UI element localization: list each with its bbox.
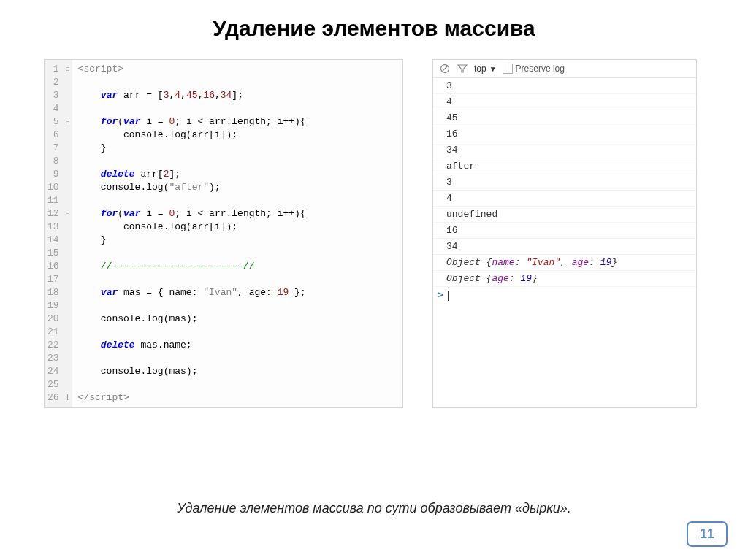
prompt-chevron-icon: > [438, 290, 443, 301]
code-line [78, 102, 397, 115]
code-line: console.log(mas); [78, 365, 397, 378]
code-line: </script> [78, 391, 397, 404]
code-line [78, 194, 397, 207]
console-row: after [433, 158, 696, 174]
line-number: 12 [47, 207, 59, 220]
code-line: console.log("after"); [78, 181, 397, 194]
line-number: 7 [47, 142, 59, 155]
code-line [78, 273, 397, 286]
console-output: 34451634after34undefined1634Object {name… [433, 78, 696, 287]
code-line [78, 247, 397, 260]
code-line [78, 378, 397, 391]
preserve-log-label: Preserve log [516, 64, 565, 74]
console-row: 34 [433, 239, 696, 255]
code-line: for(var i = 0; i < arr.length; i++){ [78, 115, 397, 129]
slide-title: Удаление элементов массива [0, 16, 748, 41]
line-number: 20 [47, 312, 59, 326]
line-number: 19 [47, 299, 59, 312]
context-selector[interactable]: top ▼ [474, 64, 497, 74]
fold-open-icon[interactable]: ⊟ [64, 63, 72, 76]
code-line [78, 76, 397, 89]
console-row: 4 [433, 191, 696, 207]
line-number: 18 [47, 286, 59, 299]
fold-close-icon: ⌊ [64, 391, 72, 404]
line-number: 25 [47, 378, 59, 391]
code-line: } [78, 234, 397, 247]
code-line: } [78, 142, 397, 155]
console-row: undefined [433, 207, 696, 223]
code-line: <script> [78, 63, 397, 76]
line-number: 4 [47, 102, 59, 115]
input-cursor [448, 291, 449, 301]
line-number: 11 [47, 194, 59, 207]
footnote-text: Удаление элементов массива по сути образ… [0, 501, 748, 516]
line-number: 5 [47, 115, 59, 129]
page-number-badge: 11 [687, 521, 728, 547]
code-line: //-----------------------// [78, 260, 397, 273]
console-row: 4 [433, 94, 696, 110]
line-number: 26 [47, 391, 59, 404]
line-number: 3 [47, 89, 59, 102]
dropdown-icon: ▼ [489, 65, 497, 73]
content-area: 1234567891011121314151617181920212223242… [0, 41, 748, 408]
context-label: top [474, 64, 486, 74]
line-number: 16 [47, 260, 59, 273]
filter-icon[interactable] [457, 63, 468, 74]
line-number: 22 [47, 339, 59, 352]
code-line [78, 352, 397, 365]
console-toolbar: top ▼ Preserve log [433, 60, 696, 78]
code-line: delete arr[2]; [78, 168, 397, 181]
line-number: 6 [47, 129, 59, 142]
console-row: Object {age: 19} [433, 271, 696, 287]
line-number: 14 [47, 234, 59, 247]
line-number: 1 [47, 63, 59, 76]
fold-open-icon[interactable]: ⊟ [64, 115, 72, 129]
code-line [78, 326, 397, 339]
devtools-console: top ▼ Preserve log 34451634after34undefi… [432, 59, 697, 408]
console-row: 3 [433, 78, 696, 94]
preserve-log-checkbox[interactable] [503, 64, 513, 74]
fold-column: ⊟ ⊟ ⊟ ⌊ [64, 60, 72, 407]
svg-line-1 [443, 66, 448, 72]
code-line: var mas = { name: "Ivan", age: 19 }; [78, 286, 397, 299]
line-number: 13 [47, 220, 59, 234]
code-line: console.log(arr[i]); [78, 220, 397, 234]
line-number: 10 [47, 181, 59, 194]
code-line [78, 299, 397, 312]
code-line: delete mas.name; [78, 339, 397, 352]
line-number: 24 [47, 365, 59, 378]
code-editor: 1234567891011121314151617181920212223242… [44, 59, 403, 408]
fold-open-icon[interactable]: ⊟ [64, 207, 72, 220]
line-number: 23 [47, 352, 59, 365]
code-line: var arr = [3,4,45,16,34]; [78, 89, 397, 102]
console-row: 16 [433, 126, 696, 142]
line-number: 21 [47, 326, 59, 339]
code-line: console.log(arr[i]); [78, 129, 397, 142]
console-prompt[interactable]: > [433, 287, 696, 304]
console-row: Object {name: "Ivan", age: 19} [433, 255, 696, 271]
code-body: <script> var arr = [3,4,45,16,34]; for(v… [72, 60, 402, 407]
console-row: 3 [433, 174, 696, 191]
line-number: 9 [47, 168, 59, 181]
clear-console-icon[interactable] [439, 63, 451, 74]
line-number: 2 [47, 76, 59, 89]
line-number: 17 [47, 273, 59, 286]
code-line: console.log(mas); [78, 312, 397, 326]
console-row: 34 [433, 142, 696, 158]
code-line: for(var i = 0; i < arr.length; i++){ [78, 207, 397, 220]
code-line [78, 155, 397, 168]
line-number: 15 [47, 247, 59, 260]
line-number-gutter: 1234567891011121314151617181920212223242… [45, 60, 64, 407]
console-row: 45 [433, 110, 696, 126]
console-row: 16 [433, 223, 696, 239]
line-number: 8 [47, 155, 59, 168]
